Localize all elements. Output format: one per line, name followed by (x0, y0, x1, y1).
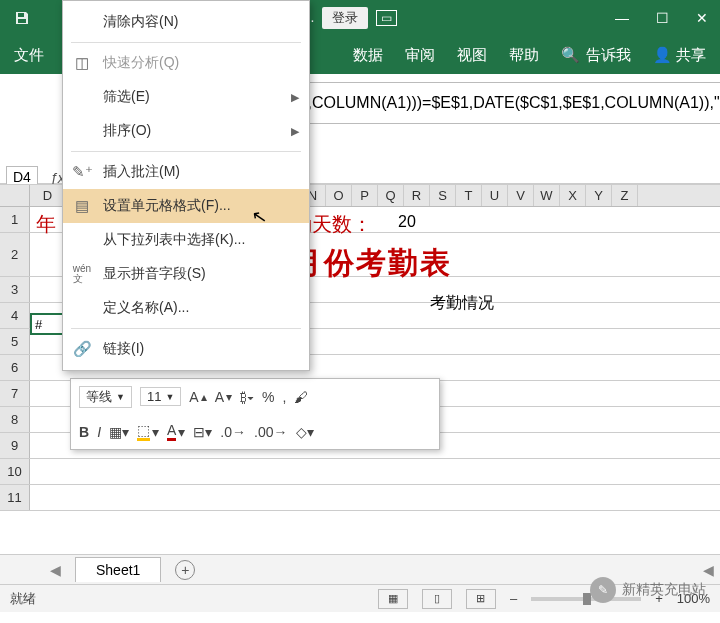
font-size-selector[interactable]: 11 ▼ (140, 387, 181, 406)
link-icon: 🔗 (71, 338, 93, 360)
cm-quick-analysis: ◫快速分析(Q) (63, 46, 309, 80)
sheet-tab-sheet1[interactable]: Sheet1 (75, 557, 161, 582)
ribbon-display-icon[interactable]: ▭ (376, 10, 397, 26)
watermark: ✎ 新精英充电站 (590, 577, 706, 603)
row-header-7[interactable]: 7 (0, 381, 30, 406)
share-button[interactable]: 👤共享 (653, 46, 706, 65)
col-header-T[interactable]: T (456, 185, 482, 206)
col-header-S[interactable]: S (430, 185, 456, 206)
decimal-increase-icon[interactable]: .0→ (220, 424, 246, 440)
col-header-O[interactable]: O (326, 185, 352, 206)
chevron-right-icon: ▶ (291, 91, 299, 104)
percent-icon[interactable]: % (262, 389, 274, 405)
row-header-8[interactable]: 8 (0, 407, 30, 432)
chevron-down-icon: ▼ (116, 392, 125, 402)
cm-sort[interactable]: 排序(O)▶ (63, 114, 309, 148)
chevron-down-icon: ▼ (165, 392, 174, 402)
save-icon[interactable] (12, 8, 32, 28)
format-cells-icon: ▤ (71, 195, 93, 217)
col-header-U[interactable]: U (482, 185, 508, 206)
svg-rect-1 (18, 19, 26, 23)
fill-color-icon[interactable]: ⬚▾ (137, 422, 159, 441)
row-header-9[interactable]: 9 (0, 433, 30, 458)
col-header-Y[interactable]: Y (586, 185, 612, 206)
login-button[interactable]: 登录 (322, 7, 368, 29)
view-page-layout-icon[interactable]: ▯ (422, 589, 452, 609)
row-header-11[interactable]: 11 (0, 485, 30, 510)
cm-pick-from-list[interactable]: 从下拉列表中选择(K)... (63, 223, 309, 257)
col-header-P[interactable]: P (352, 185, 378, 206)
cell-attend-value: 20 (398, 213, 416, 231)
col-header-R[interactable]: R (404, 185, 430, 206)
context-menu: 清除内容(N) ◫快速分析(Q) 筛选(E)▶ 排序(O)▶ ✎⁺插入批注(M)… (62, 0, 310, 371)
cell-year-label: 年 (36, 211, 56, 238)
comment-icon: ✎⁺ (71, 161, 93, 183)
cm-define-name[interactable]: 定义名称(A)... (63, 291, 309, 325)
decrease-font-icon[interactable]: A▾ (215, 389, 232, 405)
share-icon: 👤 (653, 46, 672, 64)
col-header-V[interactable]: V (508, 185, 534, 206)
view-normal-icon[interactable]: ▦ (378, 589, 408, 609)
comma-icon[interactable]: , (282, 389, 286, 405)
col-header-Q[interactable]: Q (378, 185, 404, 206)
col-header-X[interactable]: X (560, 185, 586, 206)
cm-format-cells[interactable]: ▤设置单元格格式(F)... (63, 189, 309, 223)
cm-link[interactable]: 🔗链接(I) (63, 332, 309, 366)
cell-attendance-header: 考勤情况 (430, 293, 494, 314)
col-header-Z[interactable]: Z (612, 185, 638, 206)
view-page-break-icon[interactable]: ⊞ (466, 589, 496, 609)
tab-file[interactable]: 文件 (14, 46, 44, 65)
cm-show-pinyin[interactable]: wén文显示拼音字段(S) (63, 257, 309, 291)
col-header-D[interactable]: D (30, 185, 66, 206)
pinyin-icon: wén文 (71, 263, 93, 285)
minimize-button[interactable]: — (612, 10, 632, 26)
merge-icon[interactable]: ⊟▾ (193, 424, 212, 440)
row-header-5[interactable]: 5 (0, 329, 30, 354)
active-cell[interactable]: # (30, 313, 66, 335)
row-11: 11 (0, 485, 720, 511)
mini-toolbar: 等线 ▼ 11 ▼ A▴ A▾ ₿▾ % , 🖌 B I ▦▾ ⬚▾ A▾ ⊟▾… (70, 378, 440, 450)
cm-filter[interactable]: 筛选(E)▶ (63, 80, 309, 114)
svg-rect-0 (18, 13, 24, 17)
clear-format-icon[interactable]: ◇▾ (296, 424, 314, 440)
status-ready: 就绪 (10, 590, 36, 608)
tab-help[interactable]: 帮助 (509, 46, 539, 65)
format-painter-icon[interactable]: 🖌 (294, 389, 308, 405)
new-sheet-button[interactable]: + (175, 560, 195, 580)
accounting-format-icon[interactable]: ₿▾ (240, 389, 254, 405)
row-header-10[interactable]: 10 (0, 459, 30, 484)
col-header-W[interactable]: W (534, 185, 560, 206)
tab-scroll-left-icon[interactable]: ◀ (703, 562, 714, 578)
increase-font-icon[interactable]: A▴ (189, 389, 206, 405)
quick-analysis-icon: ◫ (71, 52, 93, 74)
maximize-button[interactable]: ☐ (652, 10, 672, 26)
row-header-1[interactable]: 1 (0, 207, 30, 232)
row-header-3[interactable]: 3 (0, 277, 30, 302)
cm-clear-contents[interactable]: 清除内容(N) (63, 5, 309, 39)
close-button[interactable]: ✕ (692, 10, 712, 26)
row-header-6[interactable]: 6 (0, 355, 30, 380)
chevron-right-icon: ▶ (291, 125, 299, 138)
search-icon: 🔍 (561, 46, 580, 64)
font-color-icon[interactable]: A▾ (167, 422, 185, 441)
tab-data[interactable]: 数据 (353, 46, 383, 65)
cm-insert-comment[interactable]: ✎⁺插入批注(M) (63, 155, 309, 189)
zoom-out-icon[interactable]: – (510, 591, 517, 606)
row-header-4[interactable]: 4 (0, 303, 30, 328)
bold-icon[interactable]: B (79, 424, 89, 440)
tab-view[interactable]: 视图 (457, 46, 487, 65)
row-header-2[interactable]: 2 (0, 233, 30, 276)
border-icon[interactable]: ▦▾ (109, 424, 129, 440)
row-10: 10 (0, 459, 720, 485)
tell-me[interactable]: 🔍告诉我 (561, 46, 631, 65)
tab-nav-prev-icon[interactable]: ◀ (50, 562, 61, 578)
select-all-corner[interactable] (0, 185, 30, 206)
decimal-decrease-icon[interactable]: .00→ (254, 424, 287, 440)
font-selector[interactable]: 等线 ▼ (79, 386, 132, 408)
tab-review[interactable]: 审阅 (405, 46, 435, 65)
cell-title: 月份考勤表 (292, 243, 452, 284)
italic-icon[interactable]: I (97, 424, 101, 440)
watermark-icon: ✎ (590, 577, 616, 603)
